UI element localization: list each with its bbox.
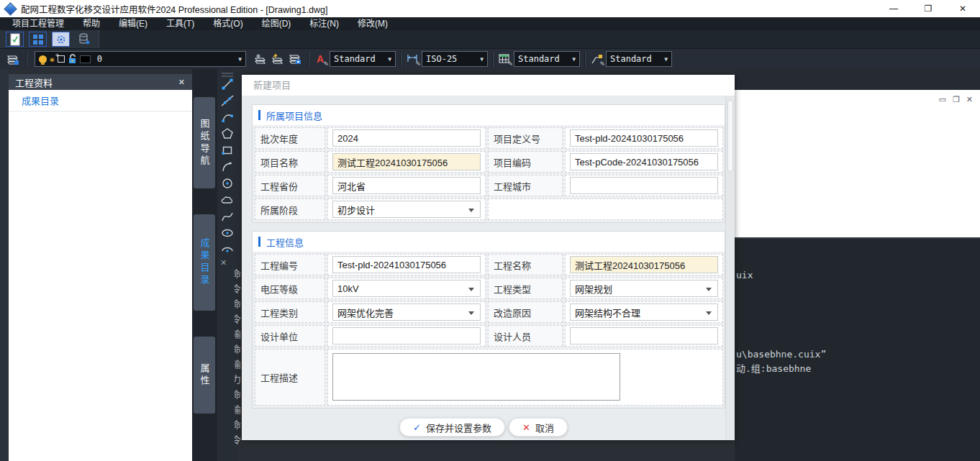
database-icon[interactable] <box>75 32 93 47</box>
canvas-background <box>735 69 980 90</box>
layer-viewport-icon[interactable] <box>58 55 65 63</box>
project-code-input[interactable] <box>570 153 718 170</box>
field-cell <box>565 254 723 275</box>
field-cell <box>327 127 486 149</box>
settings-gear-icon[interactable] <box>52 32 70 47</box>
field-label: 所属阶段 <box>255 198 325 220</box>
engineering-code-input[interactable] <box>332 256 481 273</box>
section-title: 工程信息 <box>266 235 304 249</box>
results-catalog-link[interactable]: 成果目录 <box>9 90 192 111</box>
voltage-level-value: 10kV <box>337 283 359 294</box>
window-minimize-button[interactable]: — <box>876 0 911 17</box>
tool-rectangle-icon[interactable] <box>219 142 236 158</box>
table-style-select[interactable]: Standard ▼ <box>514 51 580 67</box>
scrollbar-thumb[interactable] <box>727 100 733 172</box>
mleader-style-icon[interactable]: ✎ <box>590 53 603 65</box>
layer-freeze-icon[interactable]: ❋ <box>50 55 55 64</box>
cross-icon: ✕ <box>522 422 530 433</box>
command-output-line: u\basebhne.cuix” <box>736 349 826 360</box>
layer-color-swatch[interactable] <box>80 55 91 63</box>
tool-polygon-icon[interactable] <box>219 125 236 142</box>
mdi-close-icon[interactable]: ✕ <box>966 95 973 104</box>
menu-dimension[interactable]: 标注(N) <box>300 17 348 30</box>
field-label: 工程编号 <box>255 254 325 275</box>
stage-select[interactable]: 初步设计 <box>332 201 481 218</box>
table-style-arrow[interactable]: ▼ <box>568 56 576 63</box>
project-definition-id-input[interactable] <box>570 129 718 147</box>
dialog-scrollbar[interactable] <box>725 96 735 440</box>
tool-ellipse-arc-icon[interactable] <box>219 241 236 257</box>
command-output-line: uix <box>736 270 753 280</box>
dim-style-arrow[interactable]: ▼ <box>476 56 484 63</box>
section-accent-bar <box>258 110 260 120</box>
design-unit-input[interactable] <box>332 327 481 344</box>
voltage-level-select[interactable]: 10kV <box>332 280 481 297</box>
field-cell <box>327 254 486 275</box>
field-label: 工程名称 <box>488 254 563 275</box>
menu-project-management[interactable]: 项目工程管理 <box>3 17 73 30</box>
text-style-arrow[interactable]: ▼ <box>384 56 391 63</box>
menu-edit[interactable]: 编辑(E) <box>109 17 157 30</box>
dim-style-icon[interactable]: ✎ <box>406 53 419 65</box>
layer-on-icon[interactable] <box>39 55 47 63</box>
cancel-button[interactable]: ✕ 取消 <box>509 418 568 437</box>
city-input[interactable] <box>570 177 718 194</box>
save-and-set-params-button[interactable]: ✓ 保存并设置参数 <box>399 418 505 437</box>
tool-construction-line-icon[interactable] <box>219 92 236 109</box>
mdi-window-controls: ▭ ❐ ✕ <box>939 95 974 104</box>
engineering-category-select[interactable]: 网架优化完善 <box>332 303 481 321</box>
tool-revision-cloud-icon[interactable] <box>219 191 236 208</box>
make-layer-current-icon[interactable] <box>252 51 269 67</box>
text-style-icon[interactable]: A ✎ <box>314 53 327 65</box>
designer-input[interactable] <box>570 327 718 344</box>
text-style-select[interactable]: Standard ▼ <box>330 51 396 67</box>
layer-dropdown-arrow[interactable]: ▼ <box>234 56 242 63</box>
window-restore-button[interactable]: ❐ <box>911 0 945 17</box>
engineering-description-textarea[interactable] <box>332 353 620 401</box>
mdi-minimize-icon[interactable]: ▭ <box>939 95 946 104</box>
field-cell <box>327 349 723 406</box>
menu-format[interactable]: 格式(O) <box>204 17 252 30</box>
tool-ellipse-icon[interactable] <box>219 224 236 241</box>
mleader-style-arrow[interactable]: ▼ <box>660 56 668 63</box>
menu-draw[interactable]: 绘图(D) <box>253 17 301 30</box>
batch-year-input[interactable] <box>332 129 481 147</box>
layer-previous-icon[interactable] <box>269 51 286 67</box>
section-grid: 批次年度 项目定义号 项目名称 项目编码 工程省份 工程城市 所属阶段 <box>253 125 725 222</box>
tool-arc-icon[interactable] <box>219 158 236 175</box>
tool-polyline-icon[interactable] <box>219 109 236 125</box>
layer-states-icon[interactable] <box>286 51 304 67</box>
tool-circle-icon[interactable] <box>219 175 236 191</box>
table-style-icon[interactable]: ✎ <box>498 53 511 65</box>
tab-results-catalog[interactable]: 成果目录 <box>194 214 215 311</box>
tool-spline-icon[interactable] <box>219 208 236 224</box>
dialog-body: 所属项目信息 批次年度 项目定义号 项目名称 项目编码 工程省份 工程城市 <box>242 96 735 440</box>
province-input[interactable] <box>332 177 481 194</box>
mleader-style-select[interactable]: Standard ▼ <box>606 51 672 67</box>
tab-properties[interactable]: 属性 <box>194 337 215 414</box>
reform-reason-select[interactable]: 网架结构不合理 <box>570 303 718 321</box>
layer-select[interactable]: ❋ 0 ▼ <box>35 51 246 67</box>
tool-line-icon[interactable] <box>219 76 236 92</box>
field-cell <box>327 151 486 173</box>
menu-modify[interactable]: 修改(M) <box>348 17 397 30</box>
menu-tools[interactable]: 工具(T) <box>157 17 204 30</box>
new-document-icon[interactable] <box>6 32 24 47</box>
mdi-restore-icon[interactable]: ❐ <box>953 95 960 104</box>
project-data-panel: 工程资料 ✕ 成果目录 <box>9 74 192 461</box>
panel-close-icon[interactable]: ✕ <box>178 78 185 87</box>
tab-drawing-navigation[interactable]: 图纸导航 <box>194 97 215 188</box>
layer-properties-icon[interactable] <box>4 51 22 67</box>
engineering-name-input[interactable] <box>570 256 718 273</box>
window-close-button[interactable]: ✕ <box>945 0 980 17</box>
toolbar-grip[interactable] <box>222 73 233 74</box>
menu-help[interactable]: 帮助 <box>73 17 109 30</box>
command-panel-close-icon[interactable]: ✕ <box>220 258 227 268</box>
layer-lock-icon[interactable] <box>68 54 77 64</box>
toolbar-separator <box>26 51 27 67</box>
dim-style-select[interactable]: ISO-25 ▼ <box>422 51 488 67</box>
cancel-button-label: 取消 <box>535 421 554 434</box>
project-name-input[interactable] <box>332 153 481 170</box>
app-grid-icon[interactable] <box>29 32 47 47</box>
engineering-type-select[interactable]: 网架规划 <box>570 280 718 297</box>
